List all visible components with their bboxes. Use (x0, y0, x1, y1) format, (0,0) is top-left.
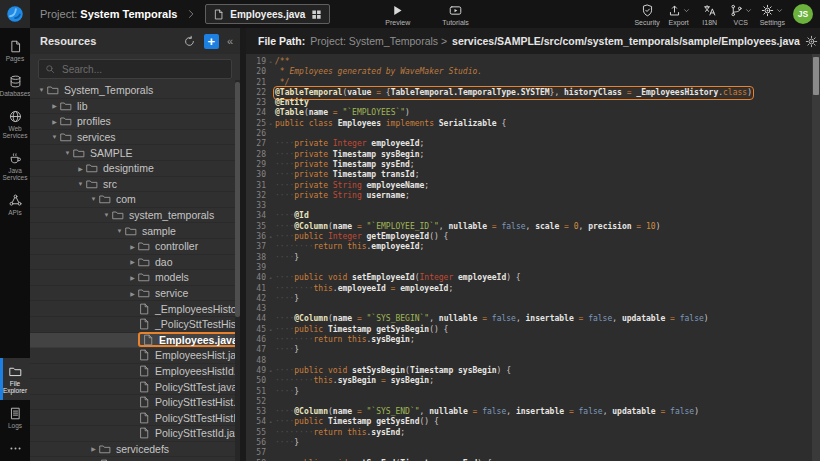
fold-marker[interactable]: - (266, 366, 275, 376)
file-path-bar: File Path: Project: System_Temporals > s… (246, 28, 820, 54)
wavemaker-logo[interactable] (0, 0, 30, 28)
tree-item-models[interactable]: ▶models (30, 270, 240, 286)
code-text: ········this.sysBegin = sysBegin; (275, 376, 434, 386)
line-number: 33 (246, 201, 266, 211)
avatar[interactable]: JS (793, 4, 813, 24)
rail-item-pages[interactable]: Pages (0, 33, 30, 68)
tree-item-service[interactable]: ▶service (30, 286, 240, 302)
tree-item-controller[interactable]: ▶controller (30, 239, 240, 255)
chevron-expanded-icon[interactable]: ▼ (36, 87, 47, 93)
filepath-prefix: File Path: (258, 35, 305, 47)
chevron-expanded-icon[interactable]: ▼ (101, 212, 112, 218)
tree-item-policystttestid-java[interactable]: PolicySttTestId.java (30, 426, 240, 442)
fold-marker[interactable]: - (266, 325, 275, 335)
rail-item-databases[interactable]: Databases (0, 68, 30, 103)
editor-scrollbar-thumb[interactable] (813, 57, 819, 95)
tree-item-profiles[interactable]: ▶profiles (30, 114, 240, 130)
chevron-expanded-icon[interactable]: ▼ (88, 196, 99, 202)
tree-item-com[interactable]: ▼com (30, 192, 240, 208)
code-line-53: 53····@Column(name = "`SYS_END`", nullab… (246, 407, 820, 417)
fold-marker[interactable]: - (266, 57, 275, 67)
search-box (38, 59, 232, 79)
code-text: ····@Column(name = "`SYS_BEGIN`", nullab… (275, 314, 709, 324)
rail-item-java-services[interactable]: JavaServices (0, 145, 30, 187)
line-number: 29 (246, 160, 266, 170)
fold-marker[interactable]: - (266, 273, 275, 283)
tree-item-sample[interactable]: ▼sample (30, 223, 240, 239)
chevron-collapsed-icon[interactable]: ▶ (127, 290, 138, 297)
tree-item-policystttest-java[interactable]: PolicySttTest.java (30, 379, 240, 395)
rail-item-apis[interactable]: APIs (0, 187, 30, 222)
line-number: 36 (246, 232, 266, 242)
settings-icon[interactable] (805, 35, 818, 48)
topbar-action-export[interactable]: Export (664, 2, 694, 26)
tree-item-designtime[interactable]: ▶designtime (30, 161, 240, 177)
line-number: 24 (246, 108, 266, 118)
tree-item-label: PolicySttTestHist.java (155, 396, 240, 408)
tree-scrollbar-thumb[interactable] (235, 82, 240, 317)
chevron-expanded-icon[interactable]: ▼ (62, 150, 73, 156)
line-number: 49 (246, 366, 266, 376)
tree-item-system-temporals[interactable]: ▼System_Temporals (30, 83, 240, 99)
topbar-action-vcs[interactable]: VCS (726, 2, 756, 26)
chevron-collapsed-icon[interactable]: ▶ (127, 243, 138, 250)
chevron-expanded-icon[interactable]: ▼ (114, 228, 125, 234)
topbar-action-preview[interactable]: Preview (382, 2, 413, 26)
chevron-collapsed-icon[interactable]: ▶ (127, 258, 138, 265)
topbar-action-settings[interactable]: Settings (757, 2, 788, 26)
refresh-icon[interactable] (183, 35, 196, 48)
code-line-42: 42····} (246, 294, 820, 304)
code-line-20: 20 * Employees generated by WaveMaker St… (246, 67, 820, 77)
search-input[interactable] (60, 63, 225, 76)
chevron-expanded-icon[interactable]: ▼ (75, 181, 86, 187)
tree-item-services[interactable]: ▼services (30, 130, 240, 146)
tree-item-employeeshist-java[interactable]: EmployeesHist.java (30, 348, 240, 364)
chevron-collapsed-icon[interactable]: ▶ (88, 445, 99, 452)
code-text: ····private Timestamp sysEnd; (275, 160, 415, 170)
tree-item-policystttesthistory-java[interactable]: _PolicySttTestHistory.java (30, 317, 240, 333)
tree-item-employeeshistid-java[interactable]: EmployeesHistId.java (30, 364, 240, 380)
fold-marker[interactable]: - (266, 417, 275, 427)
tree-item-employeeshistory-java[interactable]: _EmployeesHistory.java (30, 301, 240, 317)
tree-scrollbar[interactable] (235, 80, 240, 461)
rail-item-more[interactable] (0, 435, 30, 461)
tree-item-employees-java[interactable]: Employees.java (30, 333, 240, 349)
tree-item-lib[interactable]: ▶lib (30, 99, 240, 115)
tree-item-sample[interactable]: ▼SAMPLE (30, 145, 240, 161)
top-bar: Project:System Temporals Employees.java … (0, 0, 820, 28)
tree-item-servicedefs[interactable]: ▶servicedefs (30, 442, 240, 458)
rail-item-logs[interactable]: Logs (0, 400, 30, 435)
tree-item-sample-procedures-mappings-json[interactable]: SAMPLE-procedures.mappings.json (30, 457, 240, 461)
code-line-44: 44····@Column(name = "`SYS_BEGIN`", null… (246, 314, 820, 324)
tree-item-policystttesthistid-java[interactable]: PolicySttTestHistId.java (30, 410, 240, 426)
topbar-action-security[interactable]: Security (631, 2, 662, 26)
tree-item-policystttesthist-java[interactable]: PolicySttTestHist.java (30, 395, 240, 411)
rail-item-file-explorer[interactable]: FileExplorer (0, 358, 30, 400)
topbar-action-tutorials[interactable]: Tutorials (439, 2, 472, 26)
project-name[interactable]: System Temporals (80, 8, 177, 20)
code-editor[interactable]: 19-/**20 * Employees generated by WaveMa… (246, 54, 820, 461)
chevron-collapsed-icon[interactable]: ▶ (127, 274, 138, 281)
chevron-collapsed-icon[interactable]: ▶ (49, 102, 60, 109)
tree-item-label: dao (155, 256, 173, 268)
editor-scrollbar[interactable] (812, 54, 820, 461)
collapse-panel-icon[interactable]: « (227, 35, 233, 47)
line-number: 38 (246, 253, 266, 263)
grid-icon[interactable] (311, 9, 322, 20)
code-text: ····} (275, 345, 299, 355)
chevron-expanded-icon[interactable]: ▼ (49, 134, 60, 140)
chevron-collapsed-icon[interactable]: ▶ (75, 165, 86, 172)
add-resource-button[interactable]: + (204, 34, 219, 49)
tab-employees-java[interactable]: Employees.java (205, 4, 330, 24)
rail-item-web-services[interactable]: WebServices (0, 103, 30, 145)
tree-item-dao[interactable]: ▶dao (30, 255, 240, 271)
tree-item-src[interactable]: ▼src (30, 177, 240, 193)
tree-item-label: designtime (103, 162, 154, 174)
topbar-action-i18n[interactable]: I18N (695, 2, 725, 26)
line-number: 46 (246, 335, 266, 345)
fold-marker[interactable]: - (266, 232, 275, 242)
line-number: 50 (246, 376, 266, 386)
tree-item-system-temporals[interactable]: ▼system_temporals (30, 208, 240, 224)
fold-marker[interactable]: - (266, 119, 275, 129)
chevron-collapsed-icon[interactable]: ▶ (49, 118, 60, 125)
